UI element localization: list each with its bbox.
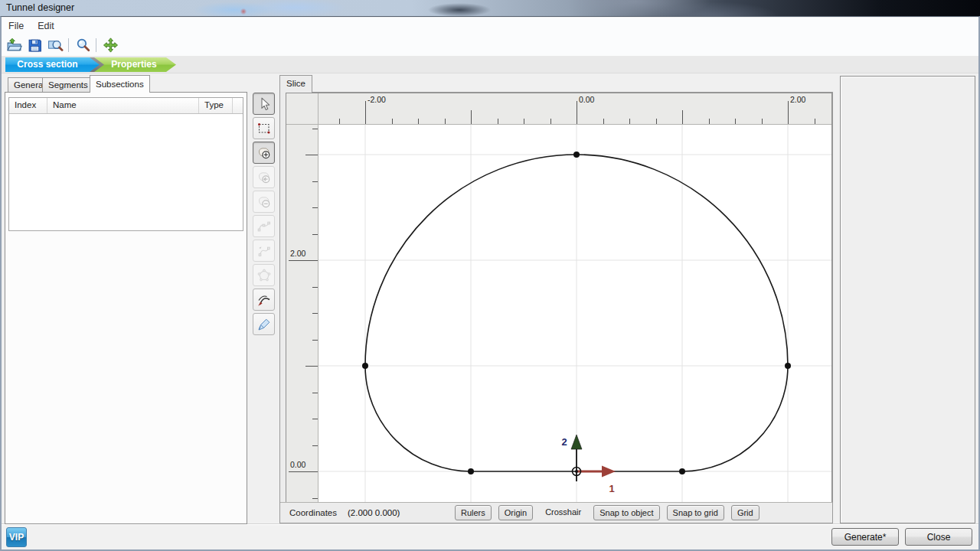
ruler-tick [305,366,318,367]
h-ruler-label: -2.00 [368,95,386,104]
open-file-icon[interactable] [6,37,22,54]
column-header-name[interactable]: Name [47,98,199,113]
v-ruler-label: 2.00 [290,249,305,258]
toggle-origin[interactable]: Origin [498,505,533,520]
ruler-tick [312,313,318,314]
ruler-tick [305,155,318,155]
ruler-tick [709,119,710,124]
ruler-tick [629,119,630,124]
tunnel-cross-section-svg: 21 [318,125,831,502]
node-point [362,363,368,369]
pen-tool[interactable] [253,313,275,335]
zoom-selection-icon[interactable] [47,37,64,54]
node-point [468,468,474,474]
ruler-tick [524,119,524,124]
vertical-ruler: 2.000.00 [286,125,318,503]
ruler-tick [682,110,683,124]
ruler-tick [312,181,318,182]
horizontal-ruler: -2.000.002.00 [318,93,831,125]
ruler-tick [312,445,318,446]
zoom-icon[interactable] [75,37,91,54]
canvas-box: -2.000.002.00 2.000.00 21 [286,93,832,503]
canvas-status-bar: Coordinates (2.000 0.000) RulersOriginCr… [280,502,832,523]
toolbar-separator [68,38,69,52]
ruler-tick [365,101,366,124]
main-toolbar [2,35,978,56]
add-subsection-tool[interactable] [253,142,275,164]
v-ruler-label: 0.00 [290,460,305,469]
drawing-tool-palette [253,93,276,337]
ruler-tick [312,207,318,208]
column-header-index[interactable]: Index [9,98,47,113]
node-point [785,363,791,369]
column-header-type[interactable]: Type [199,98,233,113]
ruler-corner [286,93,318,125]
drawing-area[interactable]: 21 [318,125,831,502]
ruler-tick [418,119,419,124]
ruler-tick [312,393,318,393]
ruler-tick [312,129,318,129]
polyline-tool [253,215,275,237]
tunnel-designer-window: FileEdit Cross section Properties Genera… [0,16,980,551]
tab-segments[interactable]: Segments [42,77,94,92]
menu-file[interactable]: File [2,18,31,34]
h-ruler-label: 2.00 [790,95,805,104]
ruler-tick [445,119,446,124]
menu-bar: FileEdit [2,18,978,35]
origin-dot [575,470,578,473]
toggle-grid[interactable]: Grid [731,505,760,520]
toggle-snap-to-grid[interactable]: Snap to grid [667,505,724,520]
subsections-panel: IndexNameType [5,92,247,524]
ruler-tick [762,119,763,124]
ruler-tick [603,119,604,124]
ruler-tick [550,119,551,124]
arc-segment-tool[interactable] [253,289,275,311]
ruler-tick [312,419,318,419]
ruler-tick [339,119,340,124]
mode-breadcrumb: Cross section Properties [2,56,978,73]
properties-side-panel [840,76,975,523]
rectangle-select-tool[interactable] [253,117,275,139]
toggle-crosshair[interactable]: Crosshair [540,505,586,520]
ruler-tick [471,110,472,124]
slice-canvas-panel: -2.000.002.00 2.000.00 21 Coordinates (2… [279,92,833,523]
ruler-tick [289,471,318,472]
select-tool[interactable] [253,93,275,115]
tab-subsections[interactable]: Subsections [90,75,150,93]
toggle-rulers[interactable]: Rulers [455,505,492,520]
ruler-tick [656,119,657,124]
ruler-tick [735,119,736,124]
ruler-tick [577,101,577,124]
ruler-tick [392,119,393,124]
subsections-table[interactable]: IndexNameType [8,97,243,231]
dialog-footer: VIP Generate*Close [2,523,978,549]
ruler-tick [815,119,815,124]
ruler-tick [312,234,318,235]
insert-subsection-tool [253,166,275,188]
ruler-tick [312,287,318,288]
toolbar-separator [96,38,96,52]
axis-2-label: 2 [561,436,567,448]
axis-2-arrowhead-icon [571,435,582,449]
edit-polyline-tool [253,240,275,262]
polygon-tool [253,264,275,286]
generate-button[interactable]: Generate* [831,528,899,546]
ruler-tick [498,119,498,124]
table-header: IndexNameType [9,98,243,114]
axis-1-label: 1 [609,483,614,494]
ruler-tick [312,340,318,341]
ruler-tick [312,498,318,499]
save-icon[interactable] [27,37,43,54]
toggle-snap-to-object[interactable]: Snap to object [593,505,659,520]
window-title: Tunnel designer [6,2,74,13]
menu-edit[interactable]: Edit [31,18,61,34]
breadcrumb-cross-section[interactable]: Cross section [5,57,100,72]
coordinates-label: Coordinates [289,508,337,517]
axis-1-arrowhead-icon [602,466,616,478]
pan-icon[interactable] [103,37,119,54]
ruler-tick [788,101,789,124]
close-button[interactable]: Close [905,528,972,546]
tab-slice[interactable]: Slice [279,75,312,93]
subtract-subsection-tool [253,191,275,213]
title-bar: Tunnel designer [0,0,980,16]
